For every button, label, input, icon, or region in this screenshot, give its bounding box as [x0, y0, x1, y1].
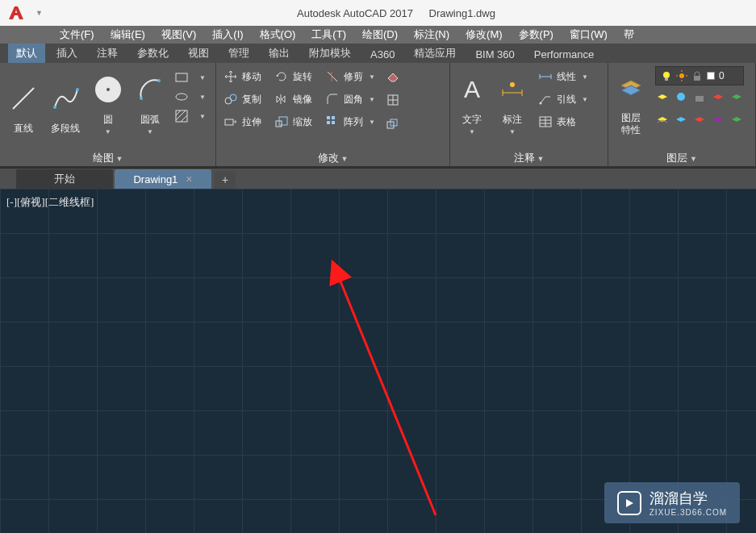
dimension-button[interactable]: 标注 ▼ — [495, 66, 529, 137]
panel-title-annotation[interactable]: 注释▼ — [455, 150, 603, 166]
arc-button[interactable]: 圆弧 ▼ — [132, 66, 169, 137]
layer-state-icon[interactable] — [655, 90, 670, 107]
svg-rect-43 — [665, 78, 668, 81]
chevron-down-icon[interactable]: ▼ — [194, 69, 211, 85]
layer-isolate-icon[interactable] — [729, 90, 744, 107]
ribbon-tab-annotate[interactable]: 注释 — [89, 44, 126, 63]
viewport-label[interactable]: [-][俯视][二维线框] — [6, 195, 94, 210]
ellipse-icon[interactable] — [173, 89, 190, 105]
layer-lock-icon[interactable] — [692, 90, 707, 107]
layer-delete-icon[interactable] — [729, 112, 744, 130]
menu-help[interactable]: 帮 — [616, 26, 642, 44]
panel-title-draw[interactable]: 绘图▼ — [5, 150, 211, 166]
app-logo — [6, 3, 26, 23]
menu-file[interactable]: 文件(F) — [52, 26, 102, 44]
panel-modify: 移动 复制 拉伸 旋转 镜像 缩放 修剪▼ 圆角▼ 阵列▼ 修改▼ — [216, 63, 450, 166]
watermark-url: ZIXUE.3D66.COM — [649, 508, 727, 517]
ribbon-tab-manage[interactable]: 管理 — [220, 44, 257, 63]
doc-tab-drawing1[interactable]: Drawing1 × — [115, 169, 211, 189]
svg-rect-15 — [225, 119, 233, 125]
close-icon[interactable]: × — [186, 173, 192, 185]
chevron-down-icon: ▼ — [582, 73, 588, 81]
panel-title-layers[interactable]: 图层▼ — [613, 150, 750, 166]
circle-button[interactable]: 圆 ▼ — [90, 66, 127, 137]
ribbon-tab-bim360[interactable]: BIM 360 — [467, 46, 522, 63]
hatch-icon[interactable] — [173, 108, 190, 124]
layer-match-icon[interactable] — [655, 112, 670, 130]
chevron-down-icon: ▼ — [582, 96, 588, 103]
ribbon-tab-performance[interactable]: Performance — [526, 46, 602, 63]
draw-extra-tools: ▼ ▼ ▼ — [173, 69, 211, 124]
rectangle-icon[interactable] — [173, 69, 190, 85]
offset-icon[interactable] — [386, 117, 400, 135]
menu-edit[interactable]: 编辑(E) — [102, 26, 153, 44]
layer-color-swatch — [707, 72, 715, 80]
layer-selector[interactable]: 0 — [655, 66, 744, 85]
move-button[interactable]: 移动 — [221, 66, 264, 87]
copy-button[interactable]: 复制 — [221, 89, 264, 110]
scale-button[interactable]: 缩放 — [272, 111, 315, 132]
menu-dimension[interactable]: 标注(N) — [406, 26, 457, 44]
ribbon-tab-view[interactable]: 视图 — [180, 44, 217, 63]
menu-parametric[interactable]: 参数(P) — [511, 26, 562, 44]
layer-merge-icon[interactable] — [711, 112, 725, 130]
layer-properties-button[interactable]: 图层 特性 — [613, 66, 649, 137]
ribbon-tab-output[interactable]: 输出 — [261, 44, 298, 63]
text-button[interactable]: A 文字 ▼ — [455, 66, 489, 137]
ribbon-tab-parametric[interactable]: 参数化 — [129, 44, 177, 63]
ribbon-tab-default[interactable]: 默认 — [8, 44, 45, 63]
menu-format[interactable]: 格式(O) — [252, 26, 304, 44]
ribbon-tab-a360[interactable]: A360 — [362, 46, 403, 63]
new-document-button[interactable]: + — [215, 171, 236, 189]
erase-icon[interactable] — [386, 69, 400, 86]
table-button[interactable]: 表格 — [536, 111, 591, 132]
layer-previous-icon[interactable] — [674, 112, 688, 130]
menu-tools[interactable]: 工具(T) — [303, 26, 354, 44]
arc-icon — [136, 69, 165, 110]
text-icon: A — [457, 69, 487, 110]
layer-freeze-icon[interactable] — [674, 90, 688, 107]
fillet-button[interactable]: 圆角▼ — [323, 89, 378, 110]
menu-view[interactable]: 视图(V) — [153, 26, 204, 44]
dropdown-icon[interactable]: ▼ — [36, 9, 43, 17]
menu-modify[interactable]: 修改(M) — [457, 26, 511, 44]
chevron-down-icon: ▼ — [469, 128, 475, 135]
sun-icon — [676, 70, 687, 81]
chevron-down-icon: ▼ — [369, 96, 375, 103]
ribbon-tab-addins[interactable]: 附加模块 — [301, 44, 359, 63]
layer-walk-icon[interactable] — [692, 112, 707, 130]
array-button[interactable]: 阵列▼ — [323, 111, 378, 132]
trim-button[interactable]: 修剪▼ — [323, 66, 378, 87]
svg-point-33 — [510, 82, 515, 87]
mirror-button[interactable]: 镜像 — [272, 89, 315, 110]
polyline-button[interactable]: 多段线 — [47, 66, 84, 137]
chevron-down-icon[interactable]: ▼ — [194, 89, 211, 105]
rotate-icon — [274, 69, 289, 84]
title-bar: ▼ Autodesk AutoCAD 2017 Drawing1.dwg — [0, 0, 756, 26]
explode-icon[interactable] — [386, 93, 400, 110]
leader-button[interactable]: 引线▼ — [536, 89, 591, 110]
svg-rect-7 — [176, 73, 187, 81]
linear-icon — [538, 69, 553, 84]
line-button[interactable]: 直线 — [5, 66, 42, 137]
rotate-button[interactable]: 旋转 — [272, 66, 315, 87]
chevron-down-icon[interactable]: ▼ — [194, 108, 211, 124]
stretch-button[interactable]: 拉伸 — [221, 111, 264, 132]
menu-draw[interactable]: 绘图(D) — [354, 26, 406, 44]
menu-insert[interactable]: 插入(I) — [204, 26, 251, 44]
panel-title-modify[interactable]: 修改▼ — [221, 150, 445, 166]
drawing-canvas[interactable]: [-][俯视][二维线框] 溜溜自学 ZIXUE.3D66.COM — [0, 189, 756, 533]
linear-dim-button[interactable]: 线性▼ — [536, 66, 591, 87]
doc-tab-start[interactable]: 开始 — [16, 169, 113, 189]
svg-point-13 — [225, 98, 232, 104]
svg-rect-23 — [332, 121, 335, 124]
ribbon-tab-insert[interactable]: 插入 — [48, 44, 86, 63]
svg-line-18 — [328, 72, 337, 81]
svg-rect-22 — [327, 121, 330, 124]
layer-off-icon[interactable] — [711, 90, 725, 107]
dimension-icon — [498, 69, 527, 110]
menu-window[interactable]: 窗口(W) — [562, 26, 616, 44]
ribbon-tab-featured[interactable]: 精选应用 — [406, 44, 464, 63]
menu-bar: 文件(F) 编辑(E) 视图(V) 插入(I) 格式(O) 工具(T) 绘图(D… — [0, 26, 756, 44]
chevron-down-icon: ▼ — [369, 119, 375, 126]
